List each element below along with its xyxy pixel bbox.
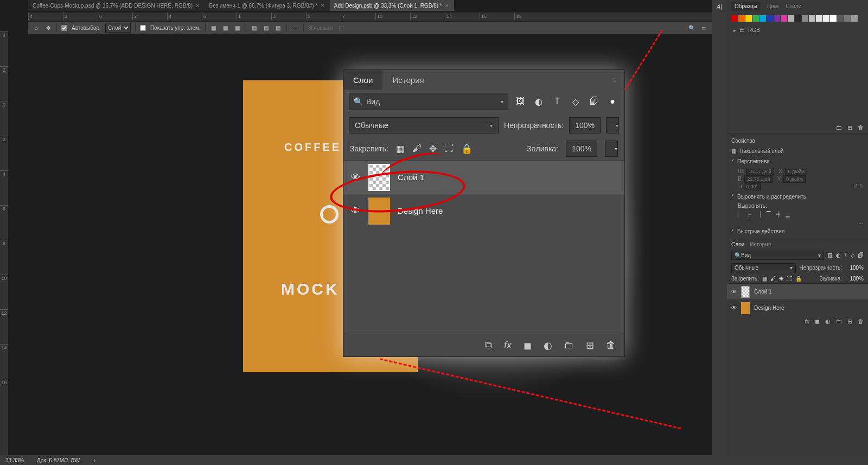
visibility-icon[interactable]: 👁 — [350, 172, 361, 183]
swatch[interactable] — [767, 15, 773, 22]
link-icon[interactable]: ⧉ — [485, 340, 492, 351]
close-icon[interactable]: × — [321, 2, 324, 9]
layer-row-2[interactable]: 👁 Design Here — [727, 300, 868, 316]
layer-thumbnail[interactable] — [368, 198, 390, 225]
align-left-icon[interactable]: ▏ — [738, 211, 742, 217]
perspective-section[interactable]: Перспектива — [737, 158, 770, 164]
tab-layers[interactable]: Слои — [343, 70, 382, 90]
fx-icon[interactable]: fx — [504, 340, 512, 351]
autoselect-dropdown[interactable]: Слой — [105, 23, 131, 33]
tab-layers[interactable]: Слои — [731, 241, 744, 247]
align-right-icon[interactable]: ▕ — [757, 211, 761, 217]
zoom-level[interactable]: 33.33% — [5, 457, 24, 463]
close-icon[interactable]: × — [445, 2, 449, 9]
new-icon[interactable]: ⊞ — [847, 124, 852, 131]
search-icon[interactable]: 🔍 — [688, 24, 695, 31]
angle-field[interactable]: 0,00° — [744, 183, 761, 190]
autoselect-checkbox[interactable] — [61, 25, 67, 31]
swatch[interactable] — [851, 15, 858, 22]
align-bottom-icon[interactable]: ▤ — [275, 24, 282, 31]
tab-doc-3[interactable]: Add Design.psb @ 33,3% (Слой 1, RGB/8) *… — [330, 0, 454, 11]
swatch[interactable] — [823, 15, 829, 22]
tab-doc-2[interactable]: Без имени-1 @ 66,7% (Фигура 3, RGB/8#) *… — [205, 0, 330, 11]
lock-brush-icon[interactable]: 🖌 — [412, 143, 422, 154]
layer-thumbnail[interactable] — [741, 286, 750, 298]
mask-icon[interactable]: ◼ — [524, 340, 532, 352]
align-hcenter-icon[interactable]: ╫ — [748, 211, 751, 217]
filter-shape-icon[interactable]: ◇ — [851, 252, 855, 258]
filter-adjust-icon[interactable]: ◐ — [836, 252, 841, 258]
tab-swatches[interactable]: Образцы — [731, 2, 761, 11]
swatch[interactable] — [788, 15, 794, 22]
swatch-folder[interactable]: 🗀 RGB — [727, 25, 868, 35]
filter-smart-icon[interactable]: 🗐 — [858, 252, 864, 258]
filter-adjust-icon[interactable]: ◐ — [532, 95, 545, 108]
lock-crop-icon[interactable]: ⛶ — [444, 143, 454, 154]
height-field[interactable]: 22,76 дюй — [744, 175, 773, 183]
align-center-icon[interactable]: ▦ — [222, 24, 229, 31]
distribute-icon[interactable]: ⋯ — [291, 24, 299, 31]
tab-history[interactable]: История — [750, 241, 771, 247]
layer-row-1[interactable]: 👁 Слой 1 — [343, 160, 624, 194]
fx-icon[interactable]: fx — [805, 318, 809, 324]
align-top-icon[interactable]: ▔ — [767, 211, 771, 217]
x-field[interactable]: 0 дюйм — [785, 168, 807, 175]
lock-trans-icon[interactable]: ▦ — [762, 276, 767, 282]
layer-thumbnail[interactable] — [368, 164, 390, 191]
filter-shape-icon[interactable]: ◇ — [569, 95, 582, 108]
align-top-icon[interactable]: ▤ — [251, 24, 258, 31]
swatch[interactable] — [752, 15, 759, 22]
opacity-value[interactable]: 100% — [845, 265, 864, 271]
align-middle-icon[interactable]: ▤ — [263, 24, 270, 31]
visibility-icon[interactable]: 👁 — [731, 305, 737, 311]
swatch[interactable] — [809, 15, 815, 22]
tab-history[interactable]: История — [382, 70, 433, 90]
lock-move-icon[interactable]: ✥ — [779, 276, 783, 282]
opacity-value[interactable]: 100% — [569, 117, 601, 133]
lock-crop-icon[interactable]: ⛶ — [787, 276, 792, 282]
panel-menu-icon[interactable]: ≡ — [605, 70, 624, 90]
search-field[interactable]: 🔍 Вид — [349, 93, 508, 110]
width-field[interactable]: 16,47 дюй — [746, 168, 774, 175]
workspace-icon[interactable]: ▭ — [700, 24, 707, 31]
show-controls-checkbox[interactable] — [140, 25, 146, 31]
adjust-icon[interactable]: ◐ — [544, 340, 552, 352]
chevron-right-icon[interactable]: › — [94, 457, 95, 463]
close-icon[interactable]: × — [196, 2, 199, 9]
new-layer-icon[interactable]: ⊞ — [847, 318, 852, 325]
lock-all-icon[interactable]: 🔒 — [461, 143, 473, 155]
folder-icon[interactable]: 🗀 — [564, 340, 574, 351]
lock-trans-icon[interactable]: ▦ — [396, 143, 405, 155]
delete-icon[interactable]: 🗑 — [858, 124, 864, 131]
move-icon[interactable]: ✥ — [44, 24, 52, 31]
swatch[interactable] — [738, 15, 745, 22]
home-icon[interactable]: ⌂ — [33, 24, 40, 31]
lock-all-icon[interactable]: 🔒 — [795, 276, 802, 282]
filter-pixel-icon[interactable]: 🖼 — [514, 95, 527, 108]
lock-brush-icon[interactable]: 🖌 — [770, 276, 776, 282]
filter-smart-icon[interactable]: 🗐 — [588, 95, 601, 108]
fill-value[interactable]: 100% — [566, 141, 597, 157]
more-icon[interactable]: … — [738, 219, 864, 225]
mask-icon[interactable]: ◼ — [815, 318, 820, 325]
swatch[interactable] — [844, 15, 851, 22]
swatch[interactable] — [745, 15, 752, 22]
swatch[interactable] — [837, 15, 844, 22]
tab-color[interactable]: Цвет — [767, 3, 779, 9]
align-bottom-icon[interactable]: ▁ — [786, 211, 790, 217]
blend-mode-dropdown[interactable]: Обычные — [349, 117, 499, 133]
visibility-icon[interactable]: 👁 — [350, 206, 361, 216]
filter-text-icon[interactable]: T — [551, 95, 564, 108]
filter-pixel-icon[interactable]: 🖼 — [827, 252, 833, 258]
delete-icon[interactable]: 🗑 — [858, 318, 864, 324]
swatch[interactable] — [802, 15, 808, 22]
search-field[interactable]: 🔍 Вид — [731, 251, 824, 260]
filter-text-icon[interactable]: T — [844, 252, 847, 258]
layer-row-2[interactable]: 👁 Design Here — [343, 194, 624, 227]
swatch[interactable] — [816, 15, 822, 22]
swatch[interactable] — [781, 15, 787, 22]
opacity-dropdown[interactable] — [606, 117, 619, 133]
delete-icon[interactable]: 🗑 — [606, 340, 616, 351]
y-field[interactable]: 0 дюйм — [783, 175, 806, 183]
tab-styles[interactable]: Стили — [786, 3, 801, 9]
